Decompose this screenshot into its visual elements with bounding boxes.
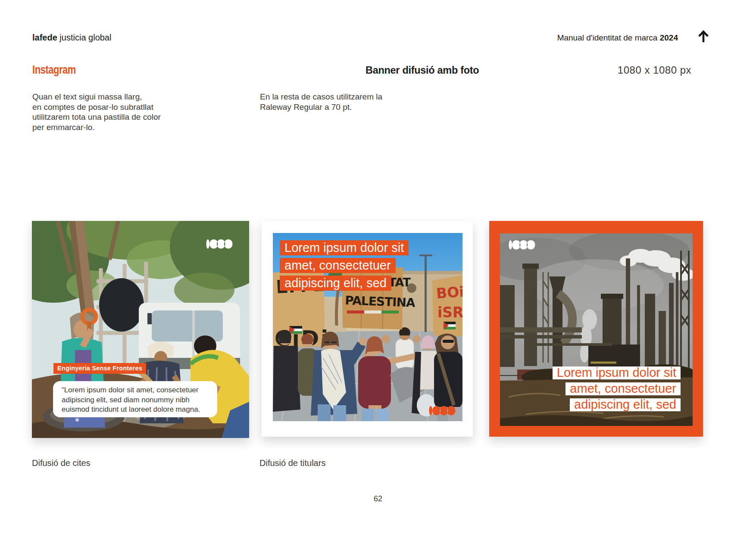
page-title: Banner difusió amb foto [366, 65, 479, 76]
lafede-logo-icon [429, 406, 456, 416]
sign-right-line2: iSRA [437, 304, 462, 321]
lafede-logo-icon [206, 239, 233, 249]
page-number: 62 [0, 494, 756, 503]
headline-line: adipiscing elit, sed [570, 398, 681, 411]
sign-right-line1: BOiC [436, 283, 462, 302]
caption-difusio-titulars: Difusió de titulars [259, 458, 325, 468]
manual-title: Manual d'identitat de marca 2024 [557, 33, 678, 43]
org-tag-label: Enginyeria Sense Fronteres [53, 363, 146, 374]
intro-paragraph-left: Quan el text sigui massa llarg, en compt… [32, 92, 161, 132]
headline-line: amet, consectetuer [280, 258, 396, 273]
headline-line: Lorem ipsum dolor sit [280, 240, 409, 255]
lafede-logo-icon [509, 240, 535, 250]
manual-title-regular: Manual d'identitat de marca [557, 33, 660, 42]
manual-title-year: 2024 [660, 33, 678, 42]
instagram-banner-framed-card: Lorem ipsum dolor sit amet, consectetuer… [489, 221, 703, 437]
headline-highlight-stack: Lorem ipsum dolor sit amet, consectetuer… [280, 240, 409, 291]
headline-line: Lorem ipsum dolor sit [553, 366, 681, 379]
instagram-banner-quote-card: Enginyeria Sense Fronteres “Lorem ipsum … [32, 221, 249, 438]
brand-wordmark: lafede justicia global [32, 33, 111, 43]
brand-wordmark-bold: lafede [32, 33, 57, 42]
intro-paragraph-right: En la resta de casos utilitzarem la Rale… [260, 92, 382, 112]
brand-wordmark-regular: justicia global [57, 33, 112, 42]
arrow-up-icon[interactable] [697, 29, 710, 43]
sign-center-line2: PALESTINA [345, 293, 416, 310]
headline-line: amet, consectetuer [565, 382, 681, 395]
instagram-banner-headline-card: EM EL CiDi LLiBERTAT PALESTINA [262, 221, 473, 437]
format-size-label: 1080 x 1080 px [617, 64, 691, 76]
quote-text-box: “Lorem ipsum dolor sit amet, consectetue… [53, 381, 217, 417]
caption-difusio-cites: Difusió de cites [32, 458, 91, 468]
headline-line: adipiscing elit, sed [280, 276, 391, 291]
brand-manual-page: lafede justicia global Manual d'identita… [0, 0, 756, 534]
headline-whitebox-stack: Lorem ipsum dolor sit amet, consectetuer… [553, 366, 681, 411]
section-title: Instagram [32, 63, 88, 77]
